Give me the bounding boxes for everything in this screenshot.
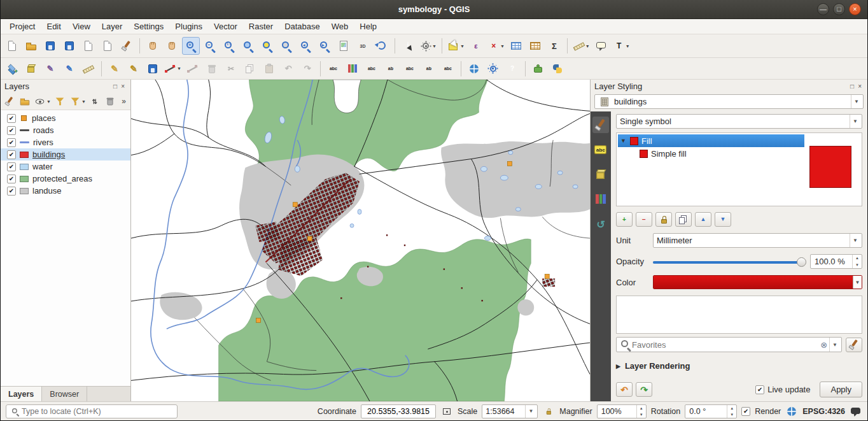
chevron-down-icon[interactable]: ▼ xyxy=(850,234,860,247)
pan-map-button[interactable] xyxy=(144,37,162,55)
toggle-editing-button[interactable]: ✎ xyxy=(125,60,143,78)
chevron-down-icon[interactable]: ▼ xyxy=(851,95,862,108)
layer-item-buildings[interactable]: ✔buildings xyxy=(1,148,130,161)
open-project-button[interactable] xyxy=(22,37,40,55)
select-features-button[interactable]: ▼ xyxy=(446,37,466,55)
close-button[interactable]: × xyxy=(849,3,861,15)
duplicate-symbol-layer-button[interactable] xyxy=(675,212,692,227)
color-button[interactable]: ▼ xyxy=(653,275,862,289)
zoom-to-layer-button[interactable] xyxy=(277,37,295,55)
pan-to-selection-button[interactable] xyxy=(163,37,181,55)
pinned-labels-button[interactable]: abc xyxy=(363,60,381,78)
manage-map-themes-dropdown-arrow[interactable]: ▼ xyxy=(46,99,51,104)
slider-handle[interactable] xyxy=(797,257,806,267)
current-edits-button[interactable]: ✎ xyxy=(106,60,123,78)
new-virtual-layer-button[interactable]: ✎ xyxy=(60,60,78,78)
favorites-search[interactable]: ⊗ ▼ xyxy=(616,337,842,352)
lock-scale-icon[interactable] xyxy=(543,406,554,417)
layer-visibility-checkbox[interactable]: ✔ xyxy=(7,138,16,147)
menu-database[interactable]: Database xyxy=(279,20,325,32)
zoom-to-selection-button[interactable] xyxy=(258,37,276,55)
remove-layer-button[interactable] xyxy=(102,94,118,108)
pin-unpin-labels-button[interactable]: ab xyxy=(382,60,400,78)
new-print-layout-button[interactable]: + xyxy=(80,37,97,55)
layer-selector-combobox[interactable]: buildings ▼ xyxy=(594,94,864,109)
identify-features-button[interactable]: i xyxy=(399,37,417,55)
menu-help[interactable]: Help xyxy=(354,20,382,32)
collapsed-arrow-icon[interactable]: ▶ xyxy=(616,363,620,369)
layer-labeling-button[interactable]: abc xyxy=(325,60,342,78)
toolbar-overflow-button[interactable]: » xyxy=(118,97,129,106)
locate-input[interactable] xyxy=(22,407,174,416)
refresh-button[interactable] xyxy=(373,37,391,55)
live-update-checkbox[interactable]: ✔ xyxy=(755,385,764,394)
magnifier-spinbox[interactable]: 100% ▲▼ xyxy=(597,404,647,418)
float-panel-icon[interactable]: □ xyxy=(848,83,856,90)
new-geopackage-layer-button[interactable] xyxy=(22,60,40,78)
add-group-button[interactable]: + xyxy=(17,94,32,108)
layer-rendering-section[interactable]: ▶ Layer Rendering xyxy=(616,361,862,371)
styling-tab-diagrams[interactable] xyxy=(592,191,609,208)
menu-view[interactable]: View xyxy=(67,20,95,32)
filter-legend-by-expression-button[interactable]: ε▼ xyxy=(67,94,87,108)
new-project-button[interactable] xyxy=(3,37,21,55)
redo-style-button[interactable]: ↷ xyxy=(636,382,652,397)
show-layout-manager-button[interactable]: ≡ xyxy=(99,37,116,55)
undo-style-button[interactable]: ↶ xyxy=(616,382,633,397)
tab-browser[interactable]: Browser xyxy=(42,387,87,401)
change-label-button[interactable]: abc xyxy=(439,60,457,78)
minimize-button[interactable]: — xyxy=(817,3,829,15)
layer-visibility-checkbox[interactable]: ✔ xyxy=(7,150,16,159)
spin-arrows[interactable]: ▲▼ xyxy=(852,255,862,268)
save-project-button[interactable] xyxy=(41,37,59,55)
new-shapefile-layer-button[interactable]: ✎ xyxy=(41,60,59,78)
menu-raster[interactable]: Raster xyxy=(244,20,278,32)
layer-visibility-checkbox[interactable]: ✔ xyxy=(7,114,16,123)
layer-item-landuse[interactable]: ✔landuse xyxy=(1,185,130,197)
text-annotation-dropdown-arrow[interactable]: ▼ xyxy=(626,44,630,48)
zoom-last-button[interactable]: ◂ xyxy=(297,37,314,55)
zoom-full-button[interactable] xyxy=(239,37,257,55)
apply-button[interactable]: Apply xyxy=(820,382,862,397)
plugin-tool-1-button[interactable] xyxy=(529,60,547,78)
layer-visibility-checkbox[interactable]: ✔ xyxy=(7,187,16,196)
chevron-down-icon[interactable]: ▼ xyxy=(850,115,860,128)
scale-combobox[interactable]: 1:53664 ▼ xyxy=(482,404,538,418)
save-layer-edits-button[interactable]: ✎ xyxy=(144,60,162,78)
map-canvas[interactable] xyxy=(131,80,590,401)
menu-layer[interactable]: Layer xyxy=(97,20,128,32)
help-contents-button[interactable]: ? xyxy=(503,60,521,78)
zoom-native-button[interactable]: 1:1 xyxy=(220,37,238,55)
filter-legend-by-expression-dropdown-arrow[interactable]: ▼ xyxy=(81,99,86,104)
layer-item-water[interactable]: ✔water xyxy=(1,161,130,173)
opacity-spinbox[interactable]: 100.0 % ▲▼ xyxy=(810,254,862,269)
layer-item-places[interactable]: ✔places xyxy=(1,112,130,124)
styling-tab-history[interactable]: ↺ xyxy=(592,216,609,232)
remove-symbol-layer-button[interactable]: − xyxy=(636,212,652,227)
deselect-all-button[interactable]: ×▼ xyxy=(486,37,506,55)
chevron-down-icon[interactable]: ▼ xyxy=(525,405,536,418)
manage-map-themes-button[interactable]: ▼ xyxy=(32,94,52,108)
zoom-next-button[interactable]: ▸ xyxy=(316,37,333,55)
lock-symbol-layer-button[interactable] xyxy=(655,212,672,227)
menu-web[interactable]: Web xyxy=(326,20,354,32)
save-project-as-button[interactable]: ✎ xyxy=(60,37,78,55)
open-attribute-table-button[interactable] xyxy=(507,37,525,55)
deselect-all-dropdown-arrow[interactable]: ▼ xyxy=(500,44,505,48)
render-checkbox[interactable]: ✔ xyxy=(741,407,750,416)
move-rotate-label-button[interactable]: ab xyxy=(420,60,438,78)
map-tips-button[interactable] xyxy=(592,37,610,55)
tab-layers[interactable]: Layers xyxy=(1,387,42,401)
styling-tab-symbology[interactable] xyxy=(592,117,609,133)
expand-collapse-all-button[interactable]: ⇅ xyxy=(87,94,102,108)
favorites-search-input[interactable] xyxy=(632,340,818,350)
float-panel-icon[interactable]: □ xyxy=(111,83,119,90)
maximize-button[interactable]: □ xyxy=(833,3,845,15)
run-feature-action-button[interactable]: ▼ xyxy=(418,37,438,55)
run-feature-action-dropdown-arrow[interactable]: ▼ xyxy=(432,44,437,48)
zoom-in-button[interactable]: + xyxy=(182,37,200,55)
locate-box[interactable] xyxy=(6,404,178,418)
coordinate-input[interactable] xyxy=(361,404,436,418)
style-manager-button[interactable] xyxy=(846,338,862,352)
styling-tab-view-3d[interactable] xyxy=(592,166,609,183)
